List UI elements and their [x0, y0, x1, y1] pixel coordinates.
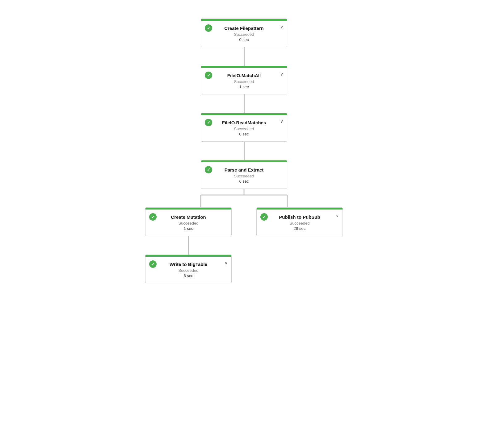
flow-diagram: ✓ Create Filepattern Succeeded 0 sec ∨ ✓… [0, 12, 488, 289]
chevron-down-icon[interactable]: ∨ [225, 260, 228, 265]
connector-line [244, 47, 245, 66]
node-title: Publish to PubSub [279, 214, 320, 220]
success-check-icon: ✓ [149, 260, 157, 268]
node-parse-and-extract[interactable]: ✓ Parse and Extract Succeeded 6 sec [201, 160, 287, 189]
node-time: 6 sec [183, 273, 193, 278]
node-time: 0 sec [239, 37, 249, 42]
node-content: ✓ Create Filepattern Succeeded 0 sec ∨ [201, 21, 287, 47]
node-time: 28 sec [294, 226, 305, 231]
node-title: Parse and Extract [225, 167, 264, 172]
chevron-down-icon[interactable]: ∨ [280, 119, 283, 124]
connector-line [244, 142, 245, 160]
node-title: Create Mutation [171, 214, 206, 220]
node-time: 6 sec [239, 179, 249, 184]
node-fileio-readmatches[interactable]: ✓ FileIO.ReadMatches Succeeded 0 sec ∨ [201, 113, 287, 142]
node-content: ✓ Create Mutation Succeeded 1 sec [145, 209, 231, 236]
node-status: Succeeded [178, 268, 198, 273]
node-create-mutation[interactable]: ✓ Create Mutation Succeeded 1 sec [145, 207, 232, 236]
success-check-icon: ✓ [205, 72, 212, 79]
node-status: Succeeded [234, 174, 254, 178]
node-create-filepattern[interactable]: ✓ Create Filepattern Succeeded 0 sec ∨ [201, 19, 287, 47]
node-content: ✓ FileIO.MatchAll Succeeded 1 sec ∨ [201, 68, 287, 94]
branch-connector [170, 189, 318, 207]
node-write-to-bigtable[interactable]: ✓ Write to BigTable Succeeded 6 sec ∨ [145, 255, 232, 283]
chevron-down-icon[interactable]: ∨ [280, 72, 283, 77]
node-title: Write to BigTable [170, 262, 207, 267]
node-time: 1 sec [183, 226, 193, 231]
success-check-icon: ✓ [205, 24, 212, 32]
chevron-down-icon[interactable]: ∨ [336, 213, 339, 218]
node-title: Create Filepattern [224, 26, 264, 31]
branch-col-right: ✓ Publish to PubSub Succeeded 28 sec ∨ [256, 207, 343, 236]
node-status: Succeeded [289, 221, 309, 226]
node-content: ✓ Parse and Extract Succeeded 6 sec [201, 162, 287, 189]
node-time: 0 sec [239, 132, 249, 136]
branch-col-left: ✓ Create Mutation Succeeded 1 sec ✓ Writ… [145, 207, 232, 283]
node-content: ✓ Publish to PubSub Succeeded 28 sec ∨ [257, 209, 343, 236]
node-status: Succeeded [234, 127, 254, 131]
chevron-down-icon[interactable]: ∨ [280, 24, 283, 29]
success-check-icon: ✓ [205, 119, 212, 126]
node-time: 1 sec [239, 85, 249, 89]
node-title: FileIO.MatchAll [227, 73, 261, 78]
node-status: Succeeded [178, 221, 198, 226]
node-content: ✓ Write to BigTable Succeeded 6 sec ∨ [145, 257, 231, 283]
node-publish-to-pubsub[interactable]: ✓ Publish to PubSub Succeeded 28 sec ∨ [256, 207, 343, 236]
node-status: Succeeded [234, 79, 254, 84]
branch-row: ✓ Create Mutation Succeeded 1 sec ✓ Writ… [6, 207, 482, 283]
success-check-icon: ✓ [149, 213, 157, 221]
node-status: Succeeded [234, 32, 254, 37]
connector-line [188, 236, 189, 255]
success-check-icon: ✓ [205, 166, 212, 173]
node-title: FileIO.ReadMatches [222, 120, 266, 125]
success-check-icon: ✓ [260, 213, 268, 221]
node-fileio-matchall[interactable]: ✓ FileIO.MatchAll Succeeded 1 sec ∨ [201, 66, 287, 94]
node-content: ✓ FileIO.ReadMatches Succeeded 0 sec ∨ [201, 115, 287, 141]
connector-line [244, 94, 245, 113]
